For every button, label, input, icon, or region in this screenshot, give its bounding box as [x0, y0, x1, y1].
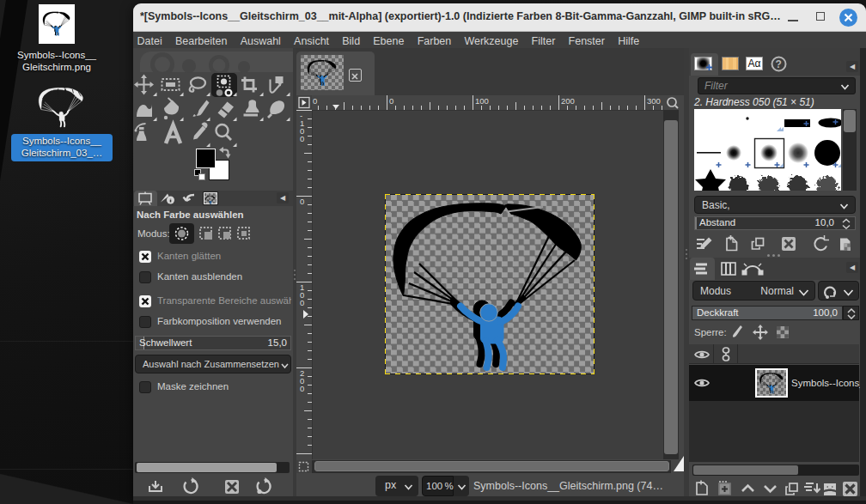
- svg-text:?: ?: [776, 58, 782, 70]
